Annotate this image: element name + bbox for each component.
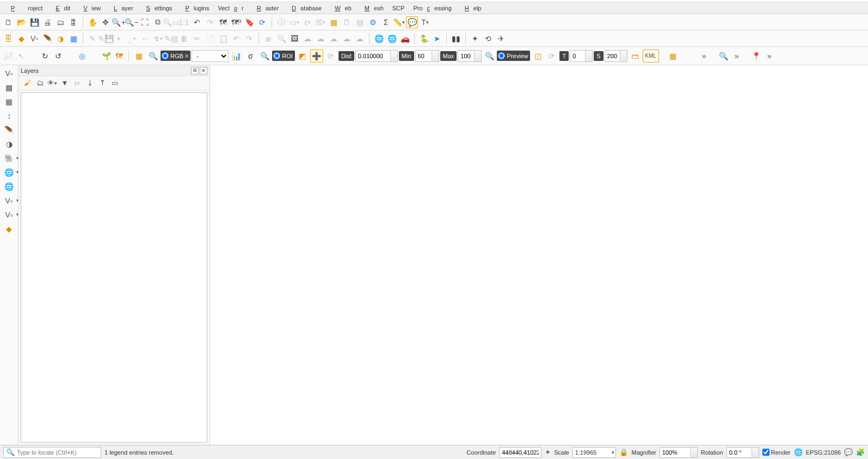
scp-reload-icon[interactable]: ⟳ — [324, 49, 337, 63]
snap2-icon[interactable]: ⟲ — [482, 33, 494, 45]
select-features-icon[interactable]: ▭▾ — [288, 16, 300, 28]
zoom-next-icon[interactable]: ↷ — [204, 16, 216, 28]
image-icon[interactable]: 🖼 — [288, 33, 300, 45]
new-map-view-icon[interactable]: 🗺 — [217, 16, 229, 28]
add-csv-icon[interactable]: ꓽ — [3, 110, 15, 122]
toolbox-icon[interactable]: ⚙ — [367, 16, 379, 28]
overflow1-icon[interactable]: » — [698, 50, 710, 62]
overflow2-icon[interactable]: » — [731, 50, 743, 62]
refresh-ccw-icon[interactable]: ↺ — [52, 50, 64, 62]
save-edits-icon[interactable]: ✎💾 — [100, 33, 112, 45]
field-calc-icon[interactable]: 🗒 — [341, 16, 353, 28]
copy-icon[interactable]: 📄 — [204, 33, 216, 45]
visibility-icon[interactable]: 👁▾ — [47, 78, 58, 89]
min-input[interactable] — [415, 50, 439, 62]
overflow3-icon[interactable]: » — [764, 50, 775, 62]
g3-icon[interactable]: ☁ — [328, 33, 340, 45]
raster-table-icon[interactable]: ▦ — [667, 49, 680, 63]
add-postgis-icon[interactable]: 🐘 — [3, 152, 15, 164]
refresh-icon[interactable]: ⟳ — [256, 16, 268, 28]
scp-roi-pointer-icon[interactable]: ◩ — [296, 49, 309, 63]
kml-icon[interactable]: KML — [643, 49, 659, 63]
open-attr-table-icon[interactable]: ▦ — [328, 16, 340, 28]
s2-icon[interactable]: 🔍 — [275, 33, 287, 45]
extents-toggle-icon[interactable]: ✦ — [545, 448, 551, 456]
menu-layer[interactable]: Layer — [105, 4, 138, 13]
deselect-icon[interactable]: ☒▾ — [315, 16, 327, 28]
expression-icon[interactable]: ε▾ — [72, 78, 83, 89]
scp-add-icon[interactable]: ➕ — [310, 49, 323, 63]
open-project-icon[interactable]: 📂 — [15, 16, 27, 28]
undo-icon[interactable]: ↶ — [230, 33, 242, 45]
locator-input[interactable] — [17, 449, 99, 456]
add-wcs-icon[interactable]: 🌐 — [3, 181, 15, 193]
scp-stretch1-icon[interactable]: 📊 — [230, 49, 243, 63]
menu-web[interactable]: Web — [326, 4, 356, 13]
add-mesh-icon[interactable]: ▦ — [3, 96, 15, 108]
preview-toggle[interactable]: Preview — [497, 51, 530, 61]
zoom-layer-icon[interactable]: 🔍▭ — [165, 16, 177, 28]
globe-icon[interactable]: 🌐 — [386, 33, 398, 45]
pan-icon[interactable]: ✋ — [87, 16, 99, 28]
expand-icon[interactable]: ⤓ — [84, 78, 95, 89]
menu-plugins[interactable]: Plugins — [176, 4, 213, 13]
layers-tree[interactable] — [21, 92, 207, 443]
add-wfs-icon[interactable]: Vo — [3, 195, 15, 207]
scp-redo-icon[interactable]: ⟳ — [545, 49, 558, 63]
scp-zoom-roi-icon[interactable]: 🔍 — [258, 49, 271, 63]
grass-icon[interactable]: 🌱 — [100, 50, 112, 62]
rgb-toggle[interactable]: RGB = — [161, 51, 190, 61]
lock-icon[interactable]: 🔒 — [619, 448, 628, 456]
new-3d-map-icon[interactable]: 🗺³ — [230, 16, 242, 28]
menu-mesh[interactable]: Mesh — [356, 4, 388, 13]
move-feature-icon[interactable]: ↔ — [139, 33, 151, 45]
zoom-in-icon[interactable]: 🔍+ — [113, 16, 125, 28]
metasearch-icon[interactable]: 🌐 — [373, 33, 385, 45]
filter-icon[interactable]: ▼ — [59, 78, 70, 89]
menu-database[interactable]: Database — [283, 4, 326, 13]
new-shapefile-icon[interactable]: Vo — [28, 33, 40, 45]
max-input[interactable] — [458, 50, 482, 62]
scp-preview-icon[interactable]: ◫ — [531, 49, 544, 63]
save-project-icon[interactable]: 💾 — [28, 16, 40, 28]
db-icon[interactable]: ≣ — [262, 33, 274, 45]
open-table-icon[interactable]: ▤ — [354, 16, 366, 28]
python-icon[interactable]: 🐍 — [418, 33, 430, 45]
map-tips-icon[interactable]: 💬 — [406, 16, 418, 28]
style-manager-icon[interactable]: 🎛 — [67, 16, 79, 28]
add-spatialite-icon[interactable]: 🪶 — [3, 124, 15, 136]
magnifier-input[interactable] — [660, 447, 698, 458]
rotation-input[interactable] — [727, 447, 759, 458]
locator-search[interactable]: 🔍 — [3, 447, 101, 458]
menu-edit[interactable]: Edit — [47, 4, 75, 13]
snap3-icon[interactable]: ✈ — [495, 33, 507, 45]
identify-icon[interactable]: ⓘ — [275, 16, 287, 28]
line-tool-icon[interactable]: 📈 — [2, 50, 14, 62]
add-virtual-icon[interactable]: ◑ — [3, 138, 15, 150]
menu-processing[interactable]: Processing — [409, 4, 455, 13]
new-print-layout-icon[interactable]: 🖨 — [41, 16, 53, 28]
add-group-icon[interactable]: 🗂 — [34, 78, 45, 89]
map-canvas[interactable] — [210, 65, 868, 445]
menu-settings[interactable]: Settings — [138, 4, 177, 13]
zoom-full-icon[interactable]: ⛶ — [139, 16, 151, 28]
redo-icon[interactable]: ↷ — [243, 33, 255, 45]
menu-view[interactable]: View — [75, 4, 105, 13]
add-feature-icon[interactable]: • — [113, 33, 125, 45]
new-geopackage-icon[interactable]: ◆ — [15, 33, 27, 45]
text-annotation-icon[interactable]: T▾ — [419, 16, 431, 28]
stats-icon[interactable]: Σ — [380, 16, 392, 28]
plugin-icon[interactable]: ▮▮ — [450, 33, 462, 45]
close-icon[interactable]: ✕ — [200, 67, 207, 75]
scp-db-icon[interactable]: 🗃 — [629, 49, 642, 63]
new-bookmark-icon[interactable]: 🔖 — [243, 16, 255, 28]
zoom-out-icon[interactable]: 🔍− — [126, 16, 138, 28]
remove-layer-icon[interactable]: ▭ — [109, 78, 120, 89]
scp-zoom-icon[interactable]: 🔍 — [146, 49, 159, 63]
undock-icon[interactable]: ⧉ — [191, 67, 199, 75]
zoom-selection-icon[interactable]: ⧉ — [152, 16, 164, 28]
refresh-cw-icon[interactable]: ↻ — [39, 50, 51, 62]
scp-zoom-preview-icon[interactable]: 🔍 — [483, 49, 496, 63]
scp-bandset-icon[interactable]: ▦ — [132, 49, 145, 63]
collapse-icon[interactable]: ⤒ — [97, 78, 108, 89]
